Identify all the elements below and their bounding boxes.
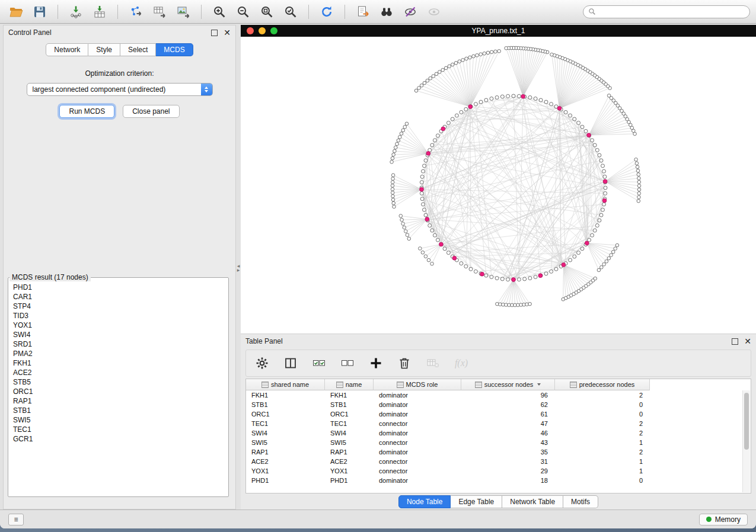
dropdown-arrows-icon — [201, 84, 212, 95]
close-panel-button[interactable]: Close panel — [123, 105, 179, 118]
mcds-result-item[interactable]: TID3 — [9, 311, 227, 321]
mcds-result-item[interactable]: ACE2 — [9, 368, 227, 377]
mcds-result-item[interactable]: STB5 — [9, 377, 227, 387]
table-scrollbar[interactable] — [742, 390, 750, 492]
table-panel-header: Table Panel ✕ — [241, 334, 756, 348]
tab-network[interactable]: Network — [46, 43, 88, 56]
tab-style[interactable]: Style — [88, 43, 120, 56]
close-window-icon[interactable] — [247, 27, 254, 34]
show-details-icon[interactable] — [424, 3, 444, 21]
run-mcds-button[interactable]: Run MCDS — [59, 105, 114, 118]
share-document-icon[interactable] — [353, 3, 373, 21]
mcds-result-item[interactable]: TEC1 — [9, 425, 227, 434]
status-bar: ≡ Memory — [0, 509, 756, 528]
table-cell: PHD1 — [325, 477, 374, 484]
table-cell: 0 — [555, 477, 650, 484]
column-header-predecessor-nodes[interactable]: predecessor nodes — [555, 379, 650, 390]
table-cell: SWI5 — [325, 439, 374, 446]
memory-button[interactable]: Memory — [699, 514, 748, 525]
mcds-result-item[interactable]: PHD1 — [9, 283, 227, 292]
network-window: YPA_prune.txt_1 — [241, 25, 756, 334]
table-row[interactable]: PHD1PHD1dominator180 — [246, 476, 751, 485]
add-row-icon[interactable] — [366, 354, 386, 372]
table-cell: ACE2 — [325, 458, 374, 465]
mcds-result-item[interactable]: ORC1 — [9, 387, 227, 396]
splitter-handle-icon[interactable]: ◀▶ — [236, 264, 241, 273]
mcds-result-item[interactable]: STP4 — [9, 302, 227, 311]
float-panel-icon[interactable] — [211, 30, 218, 36]
table-cell: YOX1 — [246, 467, 325, 475]
binoculars-icon[interactable] — [377, 3, 397, 21]
table-tab-network-table[interactable]: Network Table — [502, 495, 563, 508]
task-history-icon[interactable]: ≡ — [8, 514, 24, 525]
table-tab-edge-table[interactable]: Edge Table — [451, 495, 502, 508]
search-box[interactable] — [583, 5, 750, 18]
splitter-vertical[interactable]: ◀▶ — [236, 25, 241, 509]
delete-row-icon[interactable] — [394, 354, 414, 372]
optimization-select[interactable]: largest connected component (undirected) — [27, 83, 213, 96]
table-panel-title: Table Panel — [245, 337, 283, 345]
close-table-panel-icon[interactable]: ✕ — [744, 338, 751, 345]
network-titlebar[interactable]: YPA_prune.txt_1 — [241, 25, 756, 37]
mcds-result-item[interactable]: STB1 — [9, 406, 227, 415]
mcds-result-item[interactable]: YOX1 — [9, 321, 227, 330]
zoom-selected-icon[interactable] — [280, 3, 301, 21]
mcds-result-item[interactable]: FKH1 — [9, 358, 227, 368]
column-icon — [261, 382, 269, 388]
mcds-result-item[interactable]: RAP1 — [9, 396, 227, 406]
table-cell: ACE2 — [246, 458, 325, 465]
table-cell: FKH1 — [246, 392, 325, 399]
export-table-icon[interactable] — [149, 3, 170, 21]
zoom-out-icon[interactable] — [233, 3, 253, 21]
mcds-result-item[interactable]: SWI4 — [9, 330, 227, 339]
table-row[interactable]: RAP1RAP1dominator352 — [246, 447, 751, 457]
network-title: YPA_prune.txt_1 — [472, 27, 525, 35]
import-network-icon[interactable] — [66, 3, 86, 21]
minimize-window-icon[interactable] — [259, 27, 266, 34]
mcds-result-item[interactable]: GCR1 — [9, 434, 227, 444]
table-row[interactable]: ORC1ORC1dominator610 — [246, 409, 751, 419]
mcds-result-item[interactable]: SWI5 — [9, 415, 227, 425]
table-row[interactable]: ACE2ACE2connector311 — [246, 457, 751, 466]
tab-mcds[interactable]: MCDS — [156, 43, 193, 56]
column-header-shared-name[interactable]: shared name — [246, 379, 325, 390]
table-cell: 1 — [555, 458, 650, 465]
import-table-icon[interactable] — [90, 3, 110, 21]
column-header-successor-nodes[interactable]: successor nodes — [461, 379, 555, 390]
table-tab-motifs[interactable]: Motifs — [563, 495, 598, 508]
float-table-panel-icon[interactable] — [732, 338, 738, 345]
close-panel-icon[interactable]: ✕ — [224, 29, 231, 36]
zoom-fit-icon[interactable] — [257, 3, 277, 21]
maximize-window-icon[interactable] — [270, 27, 277, 34]
column-header-name[interactable]: name — [325, 379, 374, 390]
save-icon[interactable] — [30, 3, 50, 21]
zoom-in-icon[interactable] — [209, 3, 229, 21]
table-row[interactable]: SWI5SWI5connector431 — [246, 438, 751, 447]
network-graph[interactable] — [241, 37, 756, 334]
mcds-result-list: PHD1CAR1STP4TID3YOX1SWI4SRD1PMA2FKH1ACE2… — [9, 283, 227, 495]
table-row[interactable]: SWI4SWI4dominator462 — [246, 428, 751, 438]
refresh-layout-icon[interactable] — [317, 3, 337, 21]
column-header-MCDS-role[interactable]: MCDS role — [374, 379, 461, 390]
table-scrollbar-thumb[interactable] — [744, 393, 749, 450]
select-all-icon[interactable] — [309, 354, 329, 372]
table-row[interactable]: STB1STB1dominator620 — [246, 400, 751, 409]
open-file-icon[interactable] — [6, 3, 26, 21]
mcds-result-item[interactable]: SRD1 — [9, 339, 227, 349]
search-input[interactable] — [599, 7, 745, 17]
column-label: name — [346, 381, 362, 388]
table-row[interactable]: TEC1TEC1connector472 — [246, 419, 751, 428]
table-cell: 2 — [555, 392, 650, 399]
table-row[interactable]: YOX1YOX1connector291 — [246, 466, 751, 476]
mcds-result-item[interactable]: PMA2 — [9, 349, 227, 358]
columns-icon[interactable] — [280, 354, 301, 372]
tab-select[interactable]: Select — [120, 43, 156, 56]
deselect-all-icon[interactable] — [337, 354, 358, 372]
table-tab-node-table[interactable]: Node Table — [398, 495, 451, 508]
mcds-result-item[interactable]: CAR1 — [9, 292, 227, 302]
export-network-icon[interactable] — [126, 3, 146, 21]
gear-icon[interactable] — [252, 354, 272, 372]
table-row[interactable]: FKH1FKH1dominator962 — [246, 390, 751, 400]
hide-details-icon[interactable] — [400, 3, 420, 21]
export-image-icon[interactable] — [173, 3, 193, 21]
